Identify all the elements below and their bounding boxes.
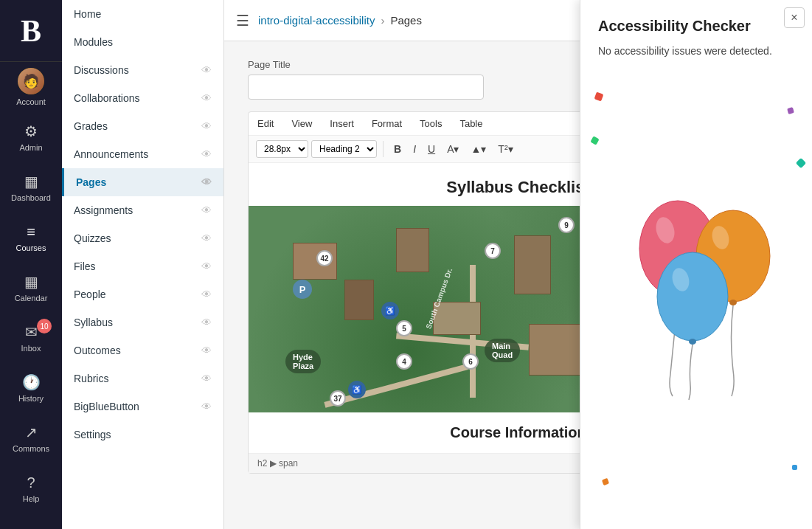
- accessible-marker: ♿: [381, 302, 399, 319]
- courses-icon: ≡: [27, 224, 35, 241]
- bold-button[interactable]: B: [389, 141, 406, 157]
- eye-icon[interactable]: 👁: [201, 317, 212, 328]
- map-label-main: MainQuad: [485, 339, 520, 362]
- parking-marker: P: [293, 280, 312, 299]
- course-nav-syllabus[interactable]: Syllabus 👁: [62, 308, 223, 336]
- confetti-dot: [590, 136, 599, 145]
- font-color-button[interactable]: A▾: [443, 141, 463, 157]
- history-icon: 🕐: [22, 373, 41, 391]
- eye-icon[interactable]: 👁: [201, 120, 212, 132]
- map-marker-42: 42: [316, 250, 333, 266]
- map-label-hyde: HydePlaza: [285, 350, 321, 373]
- calendar-icon: ▦: [24, 273, 38, 291]
- course-nav-announcements[interactable]: Announcements 👁: [62, 140, 223, 168]
- confetti-dot: [602, 478, 609, 485]
- accessibility-panel: × Accessibility Checker No accessibility…: [580, 0, 812, 529]
- nav-item-history[interactable]: 🕐 History: [0, 363, 62, 413]
- hamburger-menu[interactable]: ☰: [236, 12, 249, 30]
- menu-edit[interactable]: Edit: [257, 118, 274, 129]
- confetti-dot: [796, 158, 806, 168]
- menu-tools[interactable]: Tools: [420, 118, 442, 129]
- confetti-dot: [792, 465, 797, 470]
- eye-icon[interactable]: 👁: [201, 204, 212, 216]
- menu-view[interactable]: View: [291, 118, 312, 129]
- dashboard-icon: ▦: [24, 173, 38, 190]
- course-nav-modules[interactable]: Modules: [62, 28, 223, 56]
- course-nav-home[interactable]: Home: [62, 0, 223, 28]
- course-nav-files[interactable]: Files 👁: [62, 252, 223, 280]
- map-marker-37: 37: [330, 390, 346, 407]
- map-marker-7: 7: [485, 243, 501, 259]
- eye-icon[interactable]: 👁: [201, 176, 212, 188]
- inbox-badge: 10: [37, 319, 52, 333]
- breadcrumb-page: Pages: [390, 14, 422, 27]
- eye-icon[interactable]: 👁: [201, 148, 212, 160]
- status-path: h2 ▶ span: [257, 458, 298, 469]
- nav-item-help[interactable]: ? Help: [0, 463, 62, 514]
- breadcrumb-course[interactable]: intro-digital-accessibility: [258, 14, 375, 27]
- eye-icon[interactable]: 👁: [201, 345, 212, 356]
- eye-icon[interactable]: 👁: [201, 64, 212, 76]
- map-marker-9: 9: [558, 217, 575, 233]
- avatar: 🧑: [18, 68, 44, 94]
- course-nav-quizzes[interactable]: Quizzes 👁: [62, 224, 223, 252]
- course-nav-people[interactable]: People 👁: [62, 280, 223, 308]
- nav-item-calendar[interactable]: ▦ Calendar: [0, 263, 62, 313]
- eye-icon[interactable]: 👁: [201, 401, 212, 412]
- menu-insert[interactable]: Insert: [330, 118, 354, 129]
- admin-icon: ⚙: [24, 122, 38, 140]
- nav-item-inbox[interactable]: ✉ Inbox 10: [0, 313, 62, 363]
- nav-item-commons[interactable]: ↗ Commons: [0, 413, 62, 463]
- course-nav-bigbluebutton[interactable]: BigBlueButton 👁: [62, 393, 223, 421]
- course-nav-assignments[interactable]: Assignments 👁: [62, 196, 223, 224]
- superscript-button[interactable]: T²▾: [493, 141, 517, 157]
- italic-button[interactable]: I: [409, 141, 420, 157]
- nav-item-account[interactable]: 🧑 Account: [0, 62, 62, 112]
- svg-point-8: [657, 252, 728, 341]
- inbox-icon: ✉: [25, 323, 38, 341]
- eye-icon[interactable]: 👁: [201, 288, 212, 300]
- map-marker-6: 6: [462, 353, 479, 370]
- map-marker-4: 4: [396, 353, 412, 370]
- a11y-title: Accessibility Checker: [580, 0, 812, 44]
- course-nav: Home Modules Discussions 👁 Collaboration…: [62, 0, 224, 529]
- course-nav-discussions[interactable]: Discussions 👁: [62, 56, 223, 84]
- menu-table[interactable]: Table: [459, 118, 482, 129]
- confetti-dot: [787, 107, 794, 114]
- menu-format[interactable]: Format: [372, 118, 402, 129]
- help-icon: ?: [27, 474, 35, 491]
- nav-item-courses[interactable]: ≡ Courses: [0, 212, 62, 263]
- a11y-message: No accessibility issues were detected.: [580, 44, 812, 71]
- breadcrumb-separator: ›: [381, 14, 384, 27]
- course-nav-settings[interactable]: Settings: [62, 421, 223, 449]
- global-nav: B 🧑 Account ⚙ Admin ▦ Dashboard ≡ Course…: [0, 0, 62, 529]
- eye-icon[interactable]: 👁: [201, 92, 212, 104]
- course-nav-collaborations[interactable]: Collaborations 👁: [62, 84, 223, 112]
- commons-icon: ↗: [25, 423, 38, 441]
- eye-icon[interactable]: 👁: [201, 260, 212, 272]
- course-nav-grades[interactable]: Grades 👁: [62, 112, 223, 140]
- eye-icon[interactable]: 👁: [201, 232, 212, 244]
- balloons-illustration: [580, 71, 812, 529]
- page-title-input[interactable]: [248, 75, 484, 100]
- course-nav-pages[interactable]: Pages 👁: [62, 168, 223, 196]
- breadcrumb: intro-digital-accessibility › Pages: [258, 14, 422, 27]
- map-marker-5: 5: [396, 320, 412, 336]
- nav-item-admin[interactable]: ⚙ Admin: [0, 112, 62, 162]
- course-nav-outcomes[interactable]: Outcomes 👁: [62, 336, 223, 364]
- heading-select[interactable]: Heading 2: [311, 140, 377, 158]
- close-button[interactable]: ×: [784, 7, 805, 28]
- highlight-button[interactable]: ▲▾: [466, 141, 490, 157]
- balloons-svg: [615, 190, 777, 411]
- font-size-select[interactable]: 28.8px: [256, 140, 308, 158]
- accessible-marker-2: ♿: [348, 381, 366, 398]
- svg-point-7: [729, 300, 737, 305]
- svg-point-11: [689, 339, 696, 345]
- toolbar-separator: [383, 141, 384, 157]
- canvas-logo[interactable]: B: [0, 0, 62, 62]
- eye-icon[interactable]: 👁: [201, 373, 212, 384]
- course-nav-rubrics[interactable]: Rubrics 👁: [62, 364, 223, 393]
- confetti-dot: [594, 92, 604, 102]
- underline-button[interactable]: U: [423, 141, 440, 157]
- nav-item-dashboard[interactable]: ▦ Dashboard: [0, 162, 62, 212]
